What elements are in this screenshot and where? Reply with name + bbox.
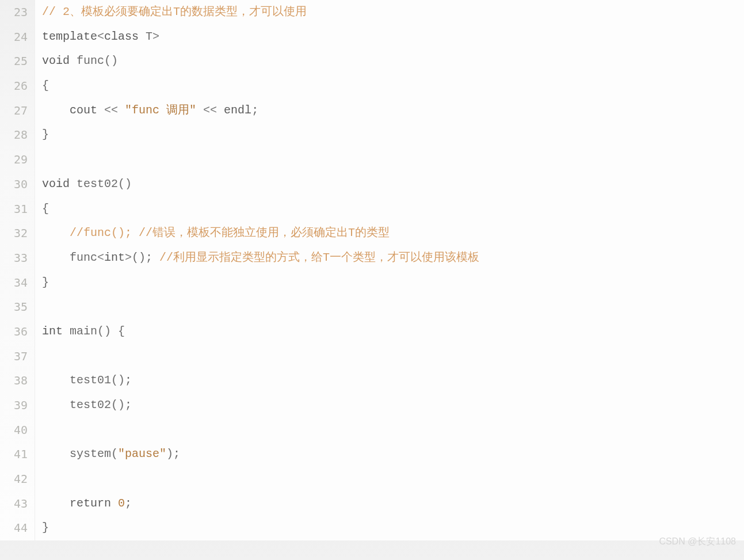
code-line[interactable]: int main() {: [42, 319, 744, 344]
line-number: 27: [0, 98, 28, 123]
line-number: 35: [0, 295, 28, 319]
token-plain: [42, 251, 70, 264]
token-plain: [42, 104, 70, 117]
line-number: 36: [0, 319, 28, 344]
token-plain: [42, 226, 70, 239]
line-number: 34: [0, 271, 28, 295]
code-line[interactable]: func<int>(); //利用显示指定类型的方式，给T一个类型，才可以使用该…: [42, 246, 744, 271]
code-line[interactable]: void func(): [42, 49, 744, 74]
token-punct: );: [166, 447, 180, 460]
token-punct: ();: [132, 251, 152, 264]
line-number: 33: [0, 246, 28, 271]
token-plain: [70, 54, 77, 67]
token-plain: [42, 398, 70, 412]
token-keyword: int: [104, 251, 125, 264]
line-number: 24: [0, 25, 28, 49]
token-plain: cout: [70, 104, 104, 117]
line-number: 38: [0, 368, 28, 393]
code-line[interactable]: {: [42, 74, 744, 98]
token-plain: [152, 251, 159, 264]
token-comment: // 2、模板必须要确定出T的数据类型，才可以使用: [42, 5, 307, 18]
line-number: 44: [0, 516, 28, 540]
code-line[interactable]: test02();: [42, 393, 744, 418]
code-line[interactable]: [42, 147, 744, 172]
code-line[interactable]: }: [42, 516, 744, 540]
token-func: system: [70, 447, 111, 460]
token-punct: }: [42, 128, 49, 141]
token-keyword: class: [104, 30, 139, 43]
token-func: main: [70, 325, 97, 338]
line-number: 23: [0, 0, 28, 25]
token-comment: //利用显示指定类型的方式，给T一个类型，才可以使用该模板: [159, 251, 479, 264]
token-op: <<: [203, 104, 217, 117]
code-line[interactable]: template<class T>: [42, 25, 744, 49]
token-plain: [63, 325, 70, 338]
token-punct: }: [42, 521, 49, 534]
token-plain: [118, 104, 125, 117]
token-punct: ();: [111, 398, 132, 412]
line-number: 26: [0, 74, 28, 98]
token-string: "func 调用": [125, 104, 196, 117]
token-punct: (: [111, 447, 118, 460]
token-keyword: void: [42, 54, 70, 67]
code-line[interactable]: [42, 467, 744, 492]
token-punct: (): [104, 54, 118, 67]
token-plain: [111, 497, 118, 510]
code-line[interactable]: [42, 344, 744, 369]
token-keyword: int: [42, 325, 63, 338]
code-line[interactable]: cout << "func 调用" << endl;: [42, 98, 744, 123]
token-keyword: template: [42, 30, 97, 43]
code-area[interactable]: // 2、模板必须要确定出T的数据类型，才可以使用template<class …: [35, 0, 744, 540]
token-op: >: [125, 251, 132, 264]
line-number: 32: [0, 221, 28, 246]
token-comment: //func(); //错误，模板不能独立使用，必须确定出T的类型: [70, 226, 390, 239]
token-op: <<: [104, 104, 118, 117]
token-func: test02: [70, 398, 111, 412]
token-op: >: [152, 30, 159, 43]
token-keyword: void: [42, 177, 70, 191]
code-editor: 2324252627282930313233343536373839404142…: [0, 0, 744, 540]
line-number-gutter: 2324252627282930313233343536373839404142…: [0, 0, 35, 540]
code-line[interactable]: // 2、模板必须要确定出T的数据类型，才可以使用: [42, 0, 744, 25]
line-number: 31: [0, 197, 28, 222]
token-keyword: return: [70, 497, 111, 510]
code-line[interactable]: [42, 295, 744, 319]
token-type: T: [146, 30, 152, 43]
token-punct: () {: [97, 325, 125, 338]
token-plain: [42, 447, 70, 460]
token-op: <: [97, 30, 104, 43]
line-number: 25: [0, 49, 28, 74]
token-func: func: [70, 251, 97, 264]
line-number: 28: [0, 123, 28, 147]
line-number: 40: [0, 418, 28, 443]
line-number: 30: [0, 172, 28, 197]
code-line[interactable]: }: [42, 123, 744, 147]
token-plain: endl: [217, 104, 251, 117]
code-line[interactable]: test01();: [42, 368, 744, 393]
code-line[interactable]: void test02(): [42, 172, 744, 197]
code-line[interactable]: {: [42, 197, 744, 222]
line-number: 39: [0, 393, 28, 418]
token-punct: {: [42, 202, 49, 215]
line-number: 37: [0, 344, 28, 369]
line-number: 41: [0, 442, 28, 467]
token-plain: [196, 104, 203, 117]
watermark-text: CSDN @长安1108: [659, 529, 736, 540]
token-punct: {: [42, 79, 49, 92]
token-punct: }: [42, 276, 49, 289]
token-punct: (): [118, 177, 132, 191]
token-plain: [139, 30, 146, 43]
code-line[interactable]: }: [42, 271, 744, 295]
token-func: func: [77, 54, 104, 67]
line-number: 29: [0, 147, 28, 172]
token-punct: ;: [125, 497, 132, 510]
code-line[interactable]: system("pause");: [42, 442, 744, 467]
token-string: "pause": [118, 447, 166, 460]
code-line[interactable]: //func(); //错误，模板不能独立使用，必须确定出T的类型: [42, 221, 744, 246]
code-line[interactable]: return 0;: [42, 492, 744, 516]
token-num: 0: [118, 497, 125, 510]
token-plain: [42, 497, 70, 510]
token-func: test01: [70, 374, 111, 387]
line-number: 42: [0, 467, 28, 492]
code-line[interactable]: [42, 418, 744, 443]
